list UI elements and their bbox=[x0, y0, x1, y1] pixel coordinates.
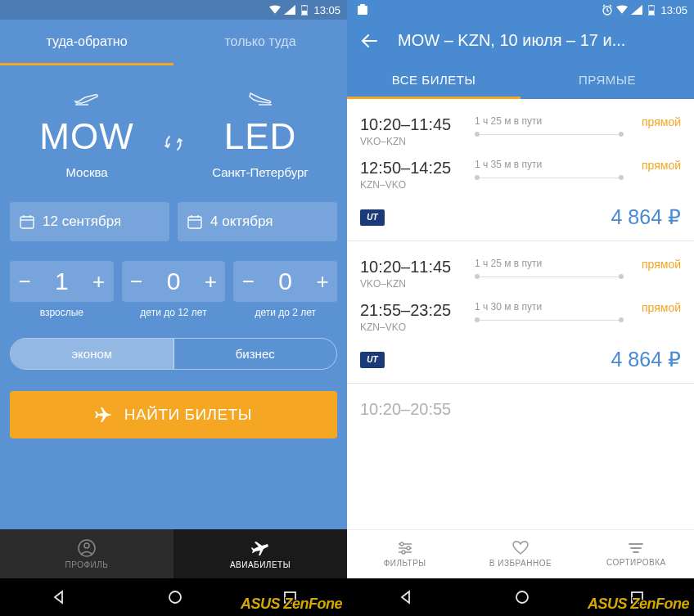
infants-value: 0 bbox=[263, 268, 308, 295]
tab-oneway[interactable]: только туда bbox=[174, 20, 347, 65]
plane-icon bbox=[95, 406, 113, 424]
airline-logo: UT bbox=[360, 352, 385, 368]
svg-point-22 bbox=[407, 546, 410, 550]
leg-time: 12:50–14:25 bbox=[360, 159, 475, 178]
svg-rect-2 bbox=[302, 11, 307, 15]
return-date-value: 4 октября bbox=[210, 214, 273, 230]
swap-button[interactable] bbox=[157, 117, 190, 153]
home-button[interactable] bbox=[515, 590, 530, 605]
home-button[interactable] bbox=[168, 590, 183, 605]
flight-leg: 21:55–23:25KZN–VKO 1 ч 30 м в пути прямо… bbox=[360, 298, 681, 341]
back-button[interactable] bbox=[51, 589, 67, 605]
adults-label: взрослые bbox=[40, 307, 83, 318]
flight-card[interactable]: 10:20–11:45VKO–KZN 1 ч 25 м в пути прямо… bbox=[347, 241, 694, 384]
profile-icon bbox=[78, 539, 96, 557]
adults-stepper: − 1 + взрослые bbox=[10, 261, 114, 318]
svg-rect-19 bbox=[651, 5, 652, 6]
date-pickers: 12 сентября 4 октября bbox=[0, 186, 347, 250]
children-stepper: − 0 + дети до 12 лет bbox=[122, 261, 226, 318]
calendar-icon bbox=[187, 214, 202, 229]
tab-all-tickets[interactable]: ВСЕ БИЛЕТЫ bbox=[347, 61, 520, 99]
return-date[interactable]: 4 октября bbox=[178, 202, 337, 241]
children-minus[interactable]: − bbox=[122, 261, 151, 302]
svg-point-13 bbox=[169, 591, 181, 603]
flight-leg: 12:50–14:25KZN–VKO 1 ч 35 м в пути прямо… bbox=[360, 155, 681, 199]
svg-rect-7 bbox=[188, 217, 201, 228]
svg-rect-20 bbox=[649, 11, 654, 15]
cabin-business[interactable]: бизнес bbox=[174, 339, 337, 369]
app-icon bbox=[357, 4, 368, 16]
takeoff-icon bbox=[16, 90, 157, 106]
leg-tag: прямой bbox=[624, 159, 681, 172]
search-button[interactable]: НАЙТИ БИЛЕТЫ bbox=[10, 391, 337, 438]
leg-tag: прямой bbox=[624, 301, 681, 314]
destination[interactable]: LED Санкт-Петербург bbox=[190, 90, 331, 179]
nav-profile[interactable]: ПРОФИЛЬ bbox=[0, 529, 174, 578]
nav-sort[interactable]: СОРТИРОВКА bbox=[579, 530, 694, 578]
results-list[interactable]: 10:20–11:45VKO–KZN 1 ч 25 м в пути прямо… bbox=[347, 99, 694, 529]
infants-stepper: − 0 + дети до 2 лет bbox=[233, 261, 337, 318]
svg-rect-3 bbox=[20, 217, 34, 228]
infants-plus[interactable]: + bbox=[308, 261, 337, 302]
back-icon[interactable] bbox=[360, 32, 378, 50]
flight-leg: 10:20–11:45VKO–KZN 1 ч 25 м в пути прямо… bbox=[360, 112, 681, 155]
leg-duration: 1 ч 25 м в пути bbox=[475, 258, 624, 269]
destination-city: Санкт-Петербург bbox=[190, 165, 331, 179]
cabin-economy[interactable]: эконом bbox=[11, 339, 174, 369]
adults-plus[interactable]: + bbox=[84, 261, 114, 302]
tab-roundtrip[interactable]: туда-обратно bbox=[0, 20, 174, 65]
filters-icon bbox=[397, 541, 413, 555]
result-tabs: ВСЕ БИЛЕТЫ ПРЯМЫЕ bbox=[347, 61, 694, 99]
nav-filters[interactable]: ФИЛЬТРЫ bbox=[347, 530, 462, 578]
wifi-icon bbox=[616, 4, 628, 16]
svg-rect-15 bbox=[358, 6, 367, 15]
nav-flights[interactable]: АВИАБИЛЕТЫ bbox=[174, 529, 347, 578]
nav-favorites[interactable]: В ИЗБРАННОЕ bbox=[462, 530, 578, 578]
children-plus[interactable]: + bbox=[196, 261, 225, 302]
passenger-section: − 1 + взрослые − 0 + дети до 12 лет − 0 … bbox=[0, 250, 347, 323]
leg-time: 21:55–23:25 bbox=[360, 301, 475, 320]
nav-flights-label: АВИАБИЛЕТЫ bbox=[230, 560, 291, 569]
flights-icon bbox=[251, 539, 269, 557]
calendar-icon bbox=[20, 214, 34, 229]
svg-point-24 bbox=[516, 591, 528, 603]
tab-direct[interactable]: ПРЯМЫЕ bbox=[520, 61, 694, 99]
leg-duration: 1 ч 25 м в пути bbox=[475, 115, 624, 127]
nav-favorites-label: В ИЗБРАННОЕ bbox=[489, 559, 552, 568]
back-button[interactable] bbox=[398, 589, 414, 605]
origin-code: MOW bbox=[16, 116, 157, 157]
results-screen: 13:05 MOW – KZN, 10 июля – 17 и... ВСЕ Б… bbox=[347, 0, 694, 616]
infants-minus[interactable]: − bbox=[233, 261, 263, 302]
flight-card[interactable]: 10:20–11:45VKO–KZN 1 ч 25 м в пути прямо… bbox=[347, 99, 694, 241]
nav-filters-label: ФИЛЬТРЫ bbox=[384, 559, 426, 568]
nav-profile-label: ПРОФИЛЬ bbox=[65, 560, 109, 569]
destination-code: LED bbox=[190, 116, 331, 157]
watermark: ASUS ZenFone bbox=[241, 596, 342, 613]
android-nav: ASUS ZenFone bbox=[347, 578, 694, 616]
depart-date[interactable]: 12 сентября bbox=[10, 202, 169, 241]
flight-card[interactable]: 10:20–20:55 bbox=[347, 384, 694, 419]
svg-point-23 bbox=[402, 551, 405, 554]
depart-date-value: 12 сентября bbox=[43, 214, 121, 230]
leg-time: 10:20–11:45 bbox=[360, 258, 475, 277]
adults-minus[interactable]: − bbox=[10, 261, 39, 302]
children-value: 0 bbox=[151, 268, 196, 295]
trip-type-tabs: туда-обратно только туда bbox=[0, 20, 347, 65]
flight-leg: 10:20–11:45VKO–KZN 1 ч 25 м в пути прямо… bbox=[360, 254, 681, 298]
origin[interactable]: MOW Москва bbox=[16, 90, 157, 179]
page-title: MOW – KZN, 10 июля – 17 и... bbox=[398, 31, 625, 50]
leg-time: 10:20–11:45 bbox=[360, 115, 475, 134]
status-time: 13:05 bbox=[660, 4, 687, 16]
heart-icon bbox=[512, 541, 529, 555]
svg-point-21 bbox=[400, 542, 403, 546]
landing-icon bbox=[190, 90, 331, 106]
children-label: дети до 12 лет bbox=[140, 307, 206, 318]
status-bar: 13:05 bbox=[0, 0, 347, 20]
price: 4 864 ₽ bbox=[611, 348, 681, 371]
battery-icon bbox=[646, 4, 657, 16]
alarm-icon bbox=[602, 4, 613, 16]
signal-icon bbox=[284, 4, 295, 16]
airline-logo: UT bbox=[360, 209, 385, 226]
bottom-nav: ПРОФИЛЬ АВИАБИЛЕТЫ bbox=[0, 529, 347, 578]
status-bar: 13:05 bbox=[347, 0, 694, 20]
